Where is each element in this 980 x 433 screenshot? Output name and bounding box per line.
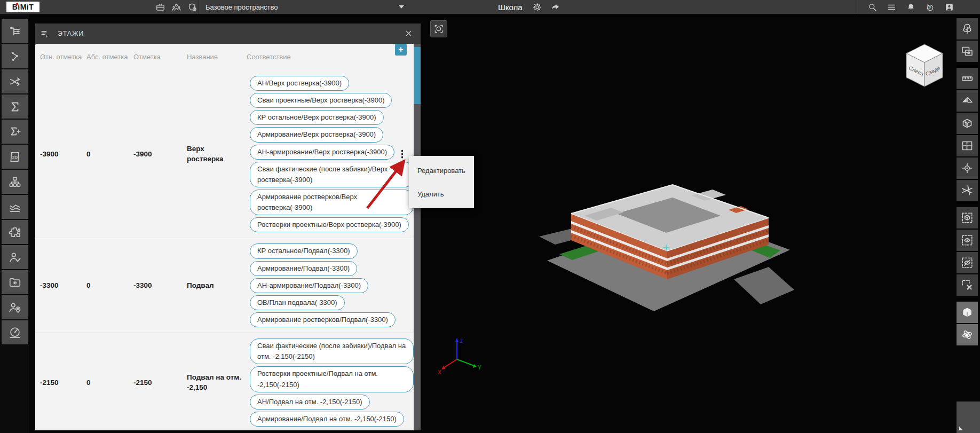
briefcase-icon	[155, 2, 165, 12]
sidebar-tool-shuffle[interactable]	[2, 69, 28, 93]
floor-name: Верх ростверка	[187, 144, 247, 163]
navigation-cube[interactable]: Слева Сзади	[900, 40, 950, 90]
mark-value: -3900	[133, 150, 187, 158]
mapping-chip[interactable]: Армирование ростверков/Подвал(-3300)	[250, 312, 396, 327]
mapping-chip[interactable]: Сваи проектные/Верх ростверка(-3900)	[250, 93, 392, 108]
panel-menu-button[interactable]	[40, 29, 50, 39]
table-row[interactable]: -3900 0 -3900 Верх ростверка АН/Верх рос…	[35, 70, 414, 238]
tool-clear-selection[interactable]	[957, 274, 978, 296]
row-menu-button[interactable]	[398, 147, 407, 161]
topbar-divider	[858, 0, 858, 14]
bell-button[interactable]	[904, 1, 917, 13]
mapping-chip[interactable]: Армирование ростверков/Верх ростверка(-3…	[250, 190, 414, 215]
topbar-right-tools: 10	[866, 1, 955, 13]
scrollbar-thumb[interactable]	[414, 47, 421, 104]
tool-viewport-frames[interactable]	[957, 41, 978, 62]
mapping-chip[interactable]: Сваи фактические (после забивки)/Подвал …	[250, 338, 414, 364]
workspace-selector[interactable]: Базовое пространство	[206, 0, 404, 14]
tool-hide-object[interactable]	[957, 252, 978, 273]
tool-solid-view[interactable]	[957, 302, 978, 323]
app-logo[interactable]: BiMiT	[6, 2, 39, 12]
mapping-chip[interactable]: АН/Подвал на отм. -2,150(-2150)	[250, 395, 370, 410]
mapping-chip[interactable]: АН-армирование/Подвал(-3300)	[250, 278, 368, 293]
sigma-icon	[8, 100, 22, 114]
settings-button[interactable]	[531, 1, 543, 13]
hamburger-arrow-icon	[40, 29, 50, 39]
sidebar-tool-view-2d[interactable]: 2D	[2, 145, 28, 169]
mapping-chip[interactable]: Ростверки проектные/Подвал на отм. -2,15…	[250, 366, 414, 392]
building-model[interactable]	[539, 180, 795, 314]
tool-focus-target[interactable]	[957, 158, 978, 179]
rel-mark-value: -3900	[35, 150, 86, 158]
hierarchy-tree-icon	[8, 25, 22, 38]
tool-axis-lines[interactable]: 12	[957, 180, 978, 201]
sidebar-tool-hierarchy-tree[interactable]	[2, 19, 28, 43]
context-menu-item[interactable]: Удалить	[409, 182, 474, 206]
tool-orbit[interactable]	[957, 324, 978, 345]
topbar-left-tools	[154, 1, 199, 13]
plugin-icon	[8, 225, 22, 239]
share-button[interactable]	[549, 1, 562, 13]
sidebar-tool-sigma-plus[interactable]	[2, 120, 28, 144]
close-icon	[404, 28, 414, 38]
mapping-tags: АН/Верх ростверка(-3900)Сваи проектные/В…	[250, 76, 414, 232]
sidebar-tool-gauge[interactable]	[2, 320, 28, 344]
sidebar-tool-sigma[interactable]	[2, 95, 28, 119]
history-count: 10	[927, 5, 931, 9]
column-header: Соответствие	[247, 44, 291, 70]
mapping-chip[interactable]: АН/Верх ростверка(-3900)	[250, 76, 349, 91]
table-row[interactable]: -3300 0 -3300 Подвал КР остальное/Подвал…	[35, 238, 414, 333]
sidebar-tool-node-link[interactable]	[2, 44, 28, 68]
isolate-object-icon	[961, 211, 974, 224]
add-floor-button[interactable]: +	[395, 44, 407, 56]
mapping-chip[interactable]: Армирование/Верх ростверка(-3900)	[250, 127, 383, 142]
mapping-chip[interactable]: ОВ/План подвала(-3300)	[250, 295, 345, 310]
ruler-icon	[961, 72, 974, 85]
mapping-chip[interactable]: АН-армирование/Верх ростверка(-3900)	[250, 145, 394, 160]
tool-section-box[interactable]	[957, 113, 978, 134]
tool-floor-plan[interactable]	[957, 135, 978, 156]
tool-model-tree[interactable]	[957, 18, 978, 40]
mapping-chip[interactable]: Армирование/Подвал на отм. -2,150(-2150)	[250, 412, 404, 427]
briefcase-button[interactable]	[154, 1, 167, 13]
sidebar-tool-user-check[interactable]	[2, 245, 28, 269]
table-row[interactable]: -2150 0 -2150 Подвал на отм. -2,150 Сваи…	[35, 333, 414, 430]
show-object-icon	[961, 234, 974, 247]
history-button[interactable]: 10	[923, 1, 936, 13]
clear-selection-icon	[961, 279, 974, 292]
tool-isolate-object[interactable]	[957, 207, 978, 229]
mapping-tags: КР остальное/Подвал(-3300)Армирование/По…	[250, 243, 414, 327]
axis-y-label: Y	[478, 365, 481, 371]
sidebar-tool-charts[interactable]	[2, 195, 28, 219]
table-header: Отн. отметка Абс. отметка Отметка Назван…	[35, 44, 414, 70]
project-actions	[531, 1, 562, 13]
mapping-chip[interactable]: Ростверки проектные/Верх ростверка(-3900…	[250, 217, 409, 232]
panel-scrollbar[interactable]	[414, 44, 421, 430]
tool-ruler[interactable]	[957, 68, 978, 89]
sidebar-tool-folder-share[interactable]	[2, 270, 28, 294]
account-button[interactable]	[943, 1, 955, 13]
context-menu-item[interactable]: Редактировать	[409, 159, 474, 182]
mapping-chip[interactable]: Армирование/Подвал(-3300)	[250, 261, 357, 276]
shield-user-button[interactable]	[186, 1, 199, 13]
close-panel-button[interactable]	[404, 28, 414, 39]
selection-frame-button[interactable]	[430, 20, 447, 37]
mapping-chip[interactable]: КР остальное/Верх ростверка(-3900)	[250, 110, 384, 125]
section-box-icon	[961, 117, 974, 130]
list-button[interactable]	[885, 1, 898, 13]
sidebar-tool-plugin[interactable]	[2, 220, 28, 244]
svg-text:2: 2	[967, 185, 968, 188]
team-button[interactable]	[170, 1, 183, 13]
mark-value: -3300	[133, 281, 187, 289]
sidebar-tool-sitemap[interactable]	[2, 170, 28, 194]
abs-mark-value: 0	[86, 150, 133, 158]
tool-show-object[interactable]	[957, 230, 978, 251]
focus-target-icon	[961, 162, 974, 175]
sidebar-tool-user-location[interactable]	[2, 295, 28, 319]
topbar-divider	[199, 0, 199, 14]
mapping-chip[interactable]: Сваи фактические (после забивки)/Верх ро…	[250, 162, 414, 187]
corner-panel[interactable]	[957, 401, 980, 433]
search-button[interactable]	[866, 1, 879, 13]
mapping-chip[interactable]: КР остальное/Подвал(-3300)	[250, 243, 358, 258]
tool-mirror-planes[interactable]	[957, 90, 978, 112]
